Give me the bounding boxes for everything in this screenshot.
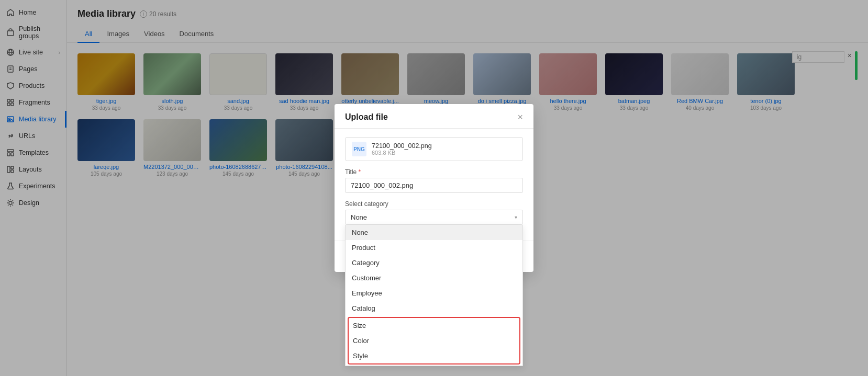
file-name: 72100_000_002.png: [372, 142, 516, 150]
chevron-down-icon: ▾: [515, 214, 517, 220]
category-dropdown: None Product Category Customer Employee …: [345, 225, 523, 366]
dropdown-item-category[interactable]: Category: [346, 255, 522, 270]
dropdown-item-catalog[interactable]: Catalog: [346, 301, 522, 316]
dropdown-item-customer[interactable]: Customer: [346, 270, 522, 286]
dropdown-item-none[interactable]: None: [346, 225, 522, 240]
dropdown-item-style[interactable]: Style: [349, 348, 519, 363]
category-label: Select category: [345, 200, 523, 208]
category-select[interactable]: None ▾: [345, 210, 523, 225]
title-field: Title *: [345, 168, 523, 193]
upload-modal: Upload file × PNG 72100_000_002.png 603.…: [335, 104, 533, 272]
modal-overlay: Upload file × PNG 72100_000_002.png 603.…: [0, 0, 868, 376]
dropdown-item-size[interactable]: Size: [349, 318, 519, 333]
title-label: Title *: [345, 168, 523, 176]
file-size: 603.8 KB: [372, 150, 516, 156]
category-select-wrapper: None ▾ None Product Category Customer Em…: [345, 210, 523, 225]
title-input[interactable]: [345, 178, 523, 193]
highlighted-options-box: Size Color Style: [348, 317, 520, 364]
dropdown-item-product[interactable]: Product: [346, 240, 522, 255]
file-type-icon: PNG: [352, 142, 366, 156]
file-display: PNG 72100_000_002.png 603.8 KB: [345, 137, 523, 161]
modal-title: Upload file: [345, 112, 388, 122]
file-info: 72100_000_002.png 603.8 KB: [372, 142, 516, 156]
dropdown-item-employee[interactable]: Employee: [346, 286, 522, 301]
category-selected-value: None: [351, 213, 367, 221]
modal-body: PNG 72100_000_002.png 603.8 KB Title * S…: [335, 129, 533, 241]
modal-header: Upload file ×: [335, 104, 533, 129]
dropdown-item-color[interactable]: Color: [349, 333, 519, 348]
modal-close-button[interactable]: ×: [517, 112, 523, 122]
category-field: Select category None ▾ None Product Cate…: [345, 200, 523, 225]
